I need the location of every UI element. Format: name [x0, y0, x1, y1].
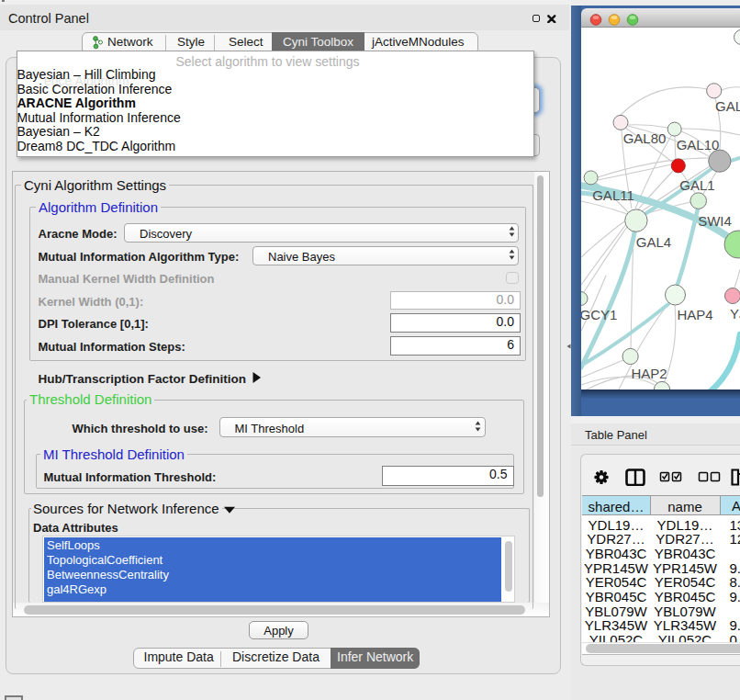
svg-text:GCY1: GCY1: [581, 307, 617, 322]
svg-text:YJ: YJ: [730, 306, 740, 322]
svg-text:HAP4: HAP4: [677, 307, 712, 322]
svg-text:GAL7: GAL7: [715, 98, 740, 114]
svg-text:GAL4: GAL4: [636, 234, 671, 250]
svg-text:HAP2: HAP2: [631, 366, 667, 381]
svg-text:SWI4: SWI4: [698, 213, 732, 229]
svg-text:GAL10: GAL10: [677, 137, 720, 152]
svg-text:GAL11: GAL11: [592, 187, 634, 203]
svg-text:GAL1: GAL1: [679, 177, 714, 193]
svg-text:GAL80: GAL80: [623, 130, 667, 146]
